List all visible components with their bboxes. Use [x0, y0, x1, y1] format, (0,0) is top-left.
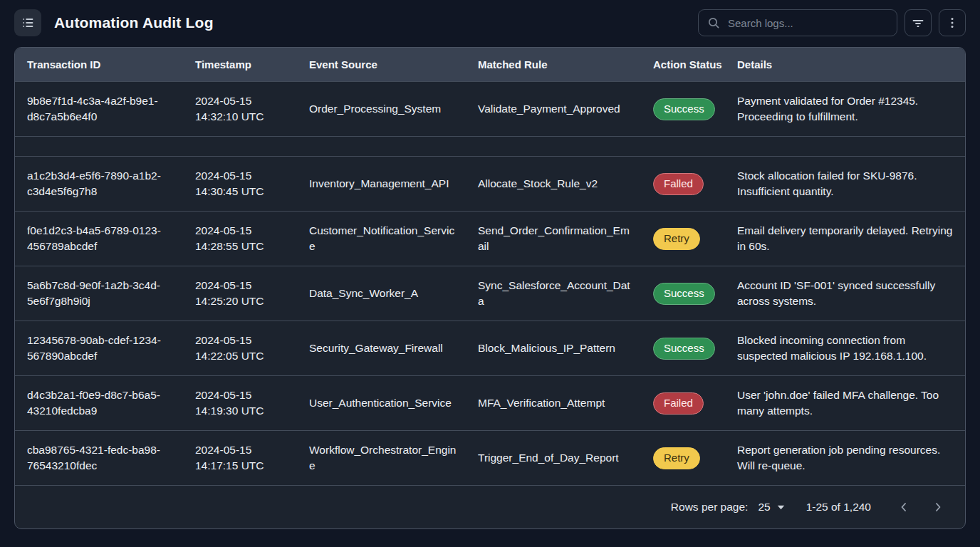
cell-event-source: Order_Processing_System — [297, 82, 466, 137]
previous-page-button[interactable] — [895, 499, 912, 516]
cell-matched-rule: Allocate_Stock_Rule_v2 — [466, 157, 641, 212]
chevron-left-icon — [898, 501, 909, 513]
search-box[interactable] — [698, 9, 897, 36]
status-badge: Success — [653, 98, 715, 120]
cell-event-source: Workflow_Orchestrator_Engine — [297, 431, 466, 486]
cell-transaction-id: 5a6b7c8d-9e0f-1a2b-3c4d-5e6f7g8h9i0j — [15, 266, 183, 321]
status-badge: Failed — [653, 392, 704, 415]
cell-timestamp: 2024-05-15 14:32:10 UTC — [183, 82, 297, 137]
status-badge: Success — [653, 283, 715, 305]
filter-icon — [911, 16, 925, 30]
table-header: Transaction ID Timestamp Event Source Ma… — [15, 48, 965, 82]
rows-per-page: Rows per page: 25 — [671, 501, 785, 514]
cell-event-source: Inventory_Management_API — [297, 157, 466, 212]
rows-per-page-select[interactable]: 25 — [758, 501, 784, 514]
audit-log-card: Transaction ID Timestamp Event Source Ma… — [14, 47, 966, 529]
cell-timestamp: 2024-05-15 14:17:15 UTC — [183, 431, 297, 486]
chevron-down-icon — [777, 505, 785, 510]
kebab-icon — [945, 16, 959, 30]
cell-action-status: Failed — [641, 376, 725, 431]
cell-transaction-id: d4c3b2a1-f0e9-d8c7-b6a5-43210fedcba9 — [15, 376, 183, 431]
column-header-matched-rule: Matched Rule — [466, 48, 641, 82]
cell-action-status: Retry — [641, 431, 725, 486]
cell-action-status: Success — [641, 266, 725, 321]
search-icon — [707, 16, 720, 29]
top-bar: Automation Audit Log — [0, 0, 980, 46]
cell-transaction-id: 12345678-90ab-cdef-1234-567890abcdef — [15, 321, 183, 376]
status-badge: Retry — [653, 228, 700, 250]
table-body: 9b8e7f1d-4c3a-4a2f-b9e1-d8c7a5b6e4f0 202… — [15, 82, 965, 486]
cell-details: Stock allocation failed for SKU-9876. In… — [725, 157, 965, 212]
pagination-range: 1-25 of 1,240 — [806, 501, 871, 514]
table-row[interactable]: d4c3b2a1-f0e9-d8c7-b6a5-43210fedcba9 202… — [15, 376, 965, 431]
table-row[interactable]: 12345678-90ab-cdef-1234-567890abcdef 202… — [15, 321, 965, 376]
audit-log-table: Transaction ID Timestamp Event Source Ma… — [15, 48, 965, 485]
table-row[interactable]: 9b8e7f1d-4c3a-4a2f-b9e1-d8c7a5b6e4f0 202… — [15, 82, 965, 137]
cell-transaction-id: 9b8e7f1d-4c3a-4a2f-b9e1-d8c7a5b6e4f0 — [15, 82, 183, 137]
cell-matched-rule: Sync_Salesforce_Account_Data — [466, 266, 641, 321]
more-options-button[interactable] — [939, 9, 966, 36]
cell-timestamp: 2024-05-15 14:22:05 UTC — [183, 321, 297, 376]
cell-action-status: Retry — [641, 212, 725, 266]
cell-details: Blocked incoming connection from suspect… — [725, 321, 965, 376]
list-icon — [21, 16, 35, 30]
cell-matched-rule: MFA_Verification_Attempt — [466, 376, 641, 431]
cell-timestamp: 2024-05-15 14:30:45 UTC — [183, 157, 297, 212]
filter-button[interactable] — [905, 9, 932, 36]
cell-action-status: Falled — [641, 157, 725, 212]
cell-action-status: Success — [641, 321, 725, 376]
table-row[interactable]: cba98765-4321-fedc-ba98-76543210fdec 202… — [15, 431, 965, 486]
cell-transaction-id: f0e1d2c3-b4a5-6789-0123-456789abcdef — [15, 212, 183, 266]
rows-per-page-value: 25 — [758, 501, 770, 514]
cell-matched-rule: Send_Order_Confirmation_Email — [466, 212, 641, 266]
cell-details: User 'john.doe' failed MFA challenge. To… — [725, 376, 965, 431]
cell-event-source: Data_Sync_Worker_A — [297, 266, 466, 321]
table-row[interactable]: a1c2b3d4-e5f6-7890-a1b2-c3d4e5f6g7h8 202… — [15, 157, 965, 212]
cell-matched-rule: Trigger_End_of_Day_Report — [466, 431, 641, 486]
table-row[interactable]: f0e1d2c3-b4a5-6789-0123-456789abcdef 202… — [15, 212, 965, 266]
table-row[interactable]: 5a6b7c8d-9e0f-1a2b-3c4d-5e6f7g8h9i0j 202… — [15, 266, 965, 321]
cell-action-status: Success — [641, 82, 725, 137]
cell-timestamp: 2024-05-15 14:19:30 UTC — [183, 376, 297, 431]
pagination-controls — [895, 499, 947, 516]
table-footer: Rows per page: 25 1-25 of 1,240 — [15, 485, 965, 528]
rows-per-page-label: Rows per page: — [671, 501, 749, 514]
cell-timestamp: 2024-05-15 14:28:55 UTC — [183, 212, 297, 266]
column-header-timestamp: Timestamp — [183, 48, 297, 82]
status-badge: Retry — [653, 447, 700, 469]
status-badge: Success — [653, 338, 715, 360]
column-header-transaction-id: Transaction ID — [15, 48, 183, 82]
chevron-right-icon — [932, 501, 944, 513]
menu-button[interactable] — [14, 9, 41, 36]
empty-cell — [15, 137, 965, 157]
search-input[interactable] — [726, 16, 888, 30]
column-header-event-source: Event Source — [297, 48, 466, 82]
cell-details: Account ID 'SF-001' synced successfully … — [725, 266, 965, 321]
cell-event-source: Customer_Notification_Service — [297, 212, 466, 266]
cell-matched-rule: Validate_Payment_Approved — [466, 82, 641, 137]
status-badge: Falled — [653, 173, 704, 195]
cell-event-source: User_Authentication_Service — [297, 376, 466, 431]
cell-details: Email delivery temporarily delayed. Retr… — [725, 212, 965, 266]
cell-timestamp: 2024-05-15 14:25:20 UTC — [183, 266, 297, 321]
cell-details: Payment validated for Order #12345. Proc… — [725, 82, 965, 137]
column-header-action-status: Action Status — [641, 48, 725, 82]
cell-transaction-id: a1c2b3d4-e5f6-7890-a1b2-c3d4e5f6g7h8 — [15, 157, 183, 212]
cell-details: Report generation job pending resources.… — [725, 431, 965, 486]
next-page-button[interactable] — [929, 499, 947, 516]
top-bar-actions — [698, 9, 966, 36]
table-row-empty — [15, 137, 965, 157]
cell-event-source: Security_Gateway_Firewall — [297, 321, 466, 376]
cell-matched-rule: Block_Malicious_IP_Pattern — [466, 321, 641, 376]
page-title: Automation Audit Log — [54, 14, 214, 31]
cell-transaction-id: cba98765-4321-fedc-ba98-76543210fdec — [15, 431, 183, 486]
column-header-details: Details — [725, 48, 965, 82]
